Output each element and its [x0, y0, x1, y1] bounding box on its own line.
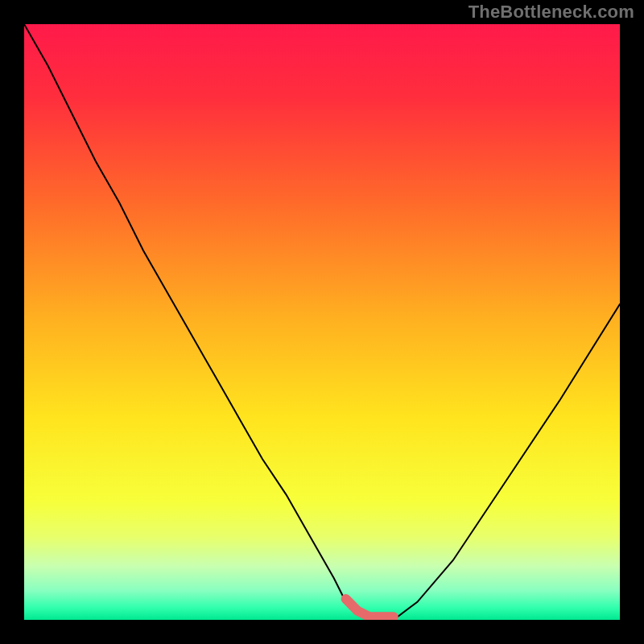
bottleneck-chart — [24, 24, 620, 620]
watermark-text: TheBottleneck.com — [469, 2, 634, 23]
chart-svg — [24, 24, 620, 620]
chart-frame: TheBottleneck.com — [0, 0, 644, 644]
gradient-background — [24, 24, 620, 620]
